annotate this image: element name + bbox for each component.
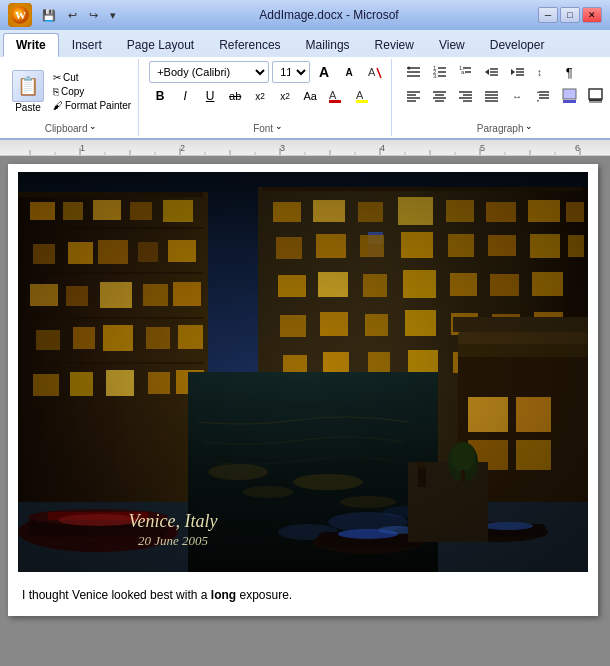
svg-rect-208 [18,172,588,572]
shading-btn[interactable] [558,85,582,107]
strikethrough-btn[interactable]: ab [224,85,246,107]
clipboard-group-top: 📋 Paste ✂Cut ⎘Copy 🖌Format Painter [8,61,134,121]
justify-btn[interactable] [480,85,504,107]
svg-text:↕: ↕ [537,67,542,78]
venice-image: Venice, Italy 20 June 2005 [18,172,588,572]
paragraph-label: Paragraph [477,121,524,134]
paragraph-group: 1.2.3. 1.a. ↕ ¶ [398,59,610,136]
svg-text:↔: ↔ [512,91,522,102]
para-group-top: 1.2.3. 1.a. ↕ ¶ [402,61,608,121]
tab-mailings[interactable]: Mailings [294,33,362,57]
font-group-top: +Body (Calibri) 11 A A A B I U ab [149,61,387,121]
show-marks-btn[interactable]: ¶ [558,61,580,83]
clipboard-label: Clipboard [45,121,88,134]
font-size-select[interactable]: 11 [272,61,310,83]
indent-btn[interactable] [506,61,530,83]
multilevel-btn[interactable]: 1.a. [454,61,478,83]
body-bold-word: long [211,588,236,602]
tab-pagelayout[interactable]: Page Layout [115,33,206,57]
numbering-btn[interactable]: 1.2.3. [428,61,452,83]
underline-button[interactable]: U [199,85,221,107]
quick-access-toolbar: 💾 ↩ ↪ ▾ [38,7,120,24]
undo-quick-btn[interactable]: ↩ [64,7,81,24]
ribbon: Write Insert Page Layout References Mail… [0,30,610,140]
svg-text:5: 5 [480,143,485,153]
redo-quick-btn[interactable]: ↪ [85,7,102,24]
tab-insert[interactable]: Insert [60,33,114,57]
title-bar: W 💾 ↩ ↪ ▾ AddImage.docx - Microsof ─ □ ✕ [0,0,610,30]
tab-view[interactable]: View [427,33,477,57]
fontcolor-btn[interactable]: A [324,85,348,107]
save-quick-btn[interactable]: 💾 [38,7,60,24]
paragraph-launcher[interactable]: ⌄ [525,121,533,134]
clipboard-small-btns: ✂Cut ⎘Copy 🖌Format Painter [50,71,134,112]
ribbon-tab-bar: Write Insert Page Layout References Mail… [0,30,610,57]
align-center-btn[interactable] [428,85,452,107]
clear-format-btn[interactable]: A [363,61,387,83]
superscript-btn[interactable]: x2 [274,85,296,107]
bold-button[interactable]: B [149,85,171,107]
italic-button[interactable]: I [174,85,196,107]
sort-btn[interactable]: ↕ [532,61,556,83]
bullets-btn[interactable] [402,61,426,83]
paste-button[interactable]: 📋 Paste [8,68,48,115]
tab-write[interactable]: Write [3,33,59,57]
format-painter-label: Format Painter [65,100,131,111]
line-spacing-btn[interactable] [532,85,556,107]
copy-button[interactable]: ⎘Copy [50,85,134,98]
tab-references[interactable]: References [207,33,292,57]
text-direction-btn[interactable]: ↔ [506,85,530,107]
subscript-btn[interactable]: x2 [249,85,271,107]
document-body-text: I thought Venice looked best with a long… [18,580,588,608]
ruler: 1 2 3 4 5 6 [0,140,610,156]
highlight-btn[interactable]: A [351,85,375,107]
svg-rect-54 [563,100,576,103]
svg-marker-52 [537,100,539,102]
font-shrink-btn[interactable]: A [338,61,360,83]
customize-quick-btn[interactable]: ▾ [106,7,120,24]
document-area: Venice, Italy 20 June 2005 I thought Ven… [0,156,610,666]
font-grow-btn[interactable]: A [313,61,335,83]
minimize-btn[interactable]: ─ [538,7,558,23]
svg-text:20 June 2005: 20 June 2005 [138,533,209,548]
font-row1: +Body (Calibri) 11 A A A [149,61,387,83]
cut-button[interactable]: ✂Cut [50,71,134,84]
svg-text:4: 4 [380,143,385,153]
svg-rect-53 [563,89,576,99]
body-suffix: exposure. [236,588,292,602]
close-btn[interactable]: ✕ [582,7,602,23]
svg-text:2: 2 [180,143,185,153]
align-left-btn[interactable] [402,85,426,107]
office-logo: W [8,3,32,27]
paste-label: Paste [15,102,41,113]
copy-icon: ⎘ [53,86,59,97]
window-controls: ─ □ ✕ [538,7,602,23]
clipboard-group: 📋 Paste ✂Cut ⎘Copy 🖌Format Painter Cl [4,59,139,136]
cut-label: Cut [63,72,79,83]
align-right-btn[interactable] [454,85,478,107]
borders-btn[interactable] [584,85,608,107]
font-launcher[interactable]: ⌄ [275,121,283,134]
format-painter-button[interactable]: 🖌Format Painter [50,99,134,112]
copy-label: Copy [61,86,84,97]
svg-text:6: 6 [575,143,580,153]
title-bar-left: W 💾 ↩ ↪ ▾ [8,3,120,27]
font-row2: B I U ab x2 x2 Aa A A [149,85,375,107]
cut-icon: ✂ [53,72,61,83]
tab-review[interactable]: Review [363,33,426,57]
tab-developer[interactable]: Developer [478,33,557,57]
body-prefix: I thought Venice looked best with a [22,588,211,602]
document-page: Venice, Italy 20 June 2005 I thought Ven… [8,164,598,616]
outdent-btn[interactable] [480,61,504,83]
svg-text:Venice, Italy: Venice, Italy [129,511,218,531]
svg-text:3.: 3. [433,73,438,79]
maximize-btn[interactable]: □ [560,7,580,23]
svg-text:A: A [356,89,364,101]
font-face-select[interactable]: +Body (Calibri) [149,61,269,83]
svg-marker-51 [537,91,539,93]
svg-marker-26 [511,69,515,75]
svg-text:1: 1 [80,143,85,153]
clipboard-launcher[interactable]: ⌄ [89,121,97,134]
para-row1: 1.2.3. 1.a. ↕ ¶ [402,61,580,83]
changecase-btn[interactable]: Aa [299,85,321,107]
